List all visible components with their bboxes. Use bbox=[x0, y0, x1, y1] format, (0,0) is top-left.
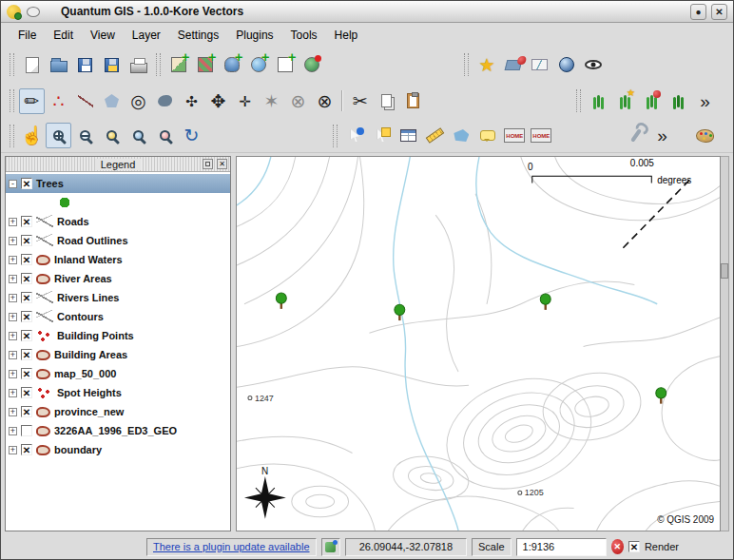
menu-file[interactable]: File bbox=[10, 26, 44, 45]
new-bookmark-button[interactable]: ★ bbox=[473, 52, 499, 78]
layer-item-road-outlines[interactable]: + Road Outlines bbox=[6, 231, 230, 250]
add-vector-layer-button[interactable] bbox=[165, 52, 191, 78]
move-feature-button[interactable]: ✥ bbox=[205, 88, 231, 114]
grass-close-mapset-button[interactable] bbox=[639, 88, 665, 114]
delete-part-button[interactable]: ⊗ bbox=[312, 88, 338, 114]
add-postgis-layer-button[interactable] bbox=[219, 52, 244, 78]
layer-visibility-checkbox[interactable] bbox=[21, 330, 32, 341]
print-composer-button[interactable] bbox=[126, 52, 151, 78]
map-tips-button[interactable] bbox=[475, 123, 501, 148]
toolbar-drag-handle[interactable] bbox=[333, 125, 338, 147]
layer-item-3226aa[interactable]: + 3226AA_1996_ED3_GEO bbox=[6, 421, 230, 440]
save-project-button[interactable] bbox=[72, 52, 98, 78]
new-project-button[interactable] bbox=[19, 52, 45, 78]
paste-features-button[interactable] bbox=[400, 88, 426, 114]
legend-symbol-trees[interactable] bbox=[6, 193, 230, 212]
style-palette-button[interactable] bbox=[692, 123, 718, 148]
toolbar-overflow-button-row2[interactable]: » bbox=[692, 88, 718, 114]
menu-settings[interactable]: Settings bbox=[170, 26, 226, 45]
layer-visibility-checkbox[interactable] bbox=[21, 425, 32, 436]
layer-item-map-50-000[interactable]: + map_50_000 bbox=[6, 364, 230, 383]
toolbar-drag-handle[interactable] bbox=[156, 53, 161, 76]
layer-visibility-checkbox[interactable] bbox=[21, 444, 32, 455]
stop-render-icon[interactable] bbox=[611, 539, 624, 554]
show-bookmarks-button[interactable] bbox=[500, 52, 526, 78]
add-wms-layer-button[interactable] bbox=[245, 52, 271, 78]
add-raster-layer-button[interactable] bbox=[192, 52, 218, 78]
plugin-indicator[interactable] bbox=[321, 538, 340, 556]
identify-features-button[interactable] bbox=[342, 123, 368, 148]
menu-layer[interactable]: Layer bbox=[125, 26, 168, 45]
scale-input[interactable]: 1:9136 bbox=[516, 538, 607, 556]
new-vector-layer-button[interactable] bbox=[272, 52, 298, 78]
map-overview-button[interactable] bbox=[527, 52, 552, 78]
layer-item-spot-heights[interactable]: + Spot Heights bbox=[6, 383, 230, 402]
menu-help[interactable]: Help bbox=[327, 26, 366, 45]
menu-edit[interactable]: Edit bbox=[46, 26, 81, 45]
layer-visibility-checkbox[interactable] bbox=[21, 273, 32, 284]
map-vertical-scrollbar[interactable] bbox=[721, 156, 729, 531]
expander-icon[interactable]: + bbox=[9, 237, 17, 245]
toggle-editing-button[interactable]: ✏ bbox=[19, 88, 45, 114]
cut-features-button[interactable]: ✂ bbox=[347, 88, 373, 114]
undock-panel-button[interactable] bbox=[203, 159, 213, 169]
layer-item-building-areas[interactable]: + Building Areas bbox=[6, 345, 230, 364]
zoom-to-selection-button[interactable] bbox=[126, 123, 151, 148]
capture-polygon-button[interactable] bbox=[99, 88, 125, 114]
simplify-feature-button[interactable]: ✶ bbox=[259, 88, 284, 114]
grass-open-mapset-button[interactable] bbox=[586, 88, 611, 114]
layer-visibility-checkbox[interactable] bbox=[21, 292, 32, 303]
zoom-full-button[interactable] bbox=[99, 123, 125, 148]
copy-features-button[interactable] bbox=[374, 88, 399, 114]
options-wrench-button[interactable] bbox=[623, 123, 648, 148]
capture-line-button[interactable] bbox=[72, 88, 98, 114]
check-version-button[interactable] bbox=[580, 52, 606, 78]
layer-visibility-checkbox[interactable] bbox=[21, 368, 32, 379]
grass-new-mapset-button[interactable] bbox=[612, 88, 638, 114]
save-project-as-button[interactable] bbox=[99, 52, 125, 78]
menu-view[interactable]: View bbox=[83, 26, 123, 45]
expander-icon[interactable]: + bbox=[9, 332, 17, 340]
expander-icon[interactable]: + bbox=[9, 427, 17, 435]
layer-item-inland-waters[interactable]: + Inland Waters bbox=[6, 250, 230, 269]
expander-icon[interactable]: + bbox=[9, 408, 17, 416]
node-tool-button[interactable]: ✣ bbox=[179, 88, 204, 114]
layer-visibility-checkbox[interactable] bbox=[21, 387, 32, 398]
layer-item-rivers-lines[interactable]: + Rivers Lines bbox=[6, 288, 230, 307]
menu-tools[interactable]: Tools bbox=[283, 26, 325, 45]
layer-visibility-checkbox[interactable] bbox=[21, 216, 32, 227]
sticky-pin-button[interactable] bbox=[27, 7, 40, 17]
zoom-in-button[interactable] bbox=[46, 123, 71, 148]
layer-item-trees[interactable]: - Trees bbox=[6, 174, 230, 193]
zoom-home-button[interactable]: HOME bbox=[502, 123, 528, 148]
scrollbar-thumb[interactable] bbox=[721, 263, 728, 279]
toolbar-drag-handle[interactable] bbox=[10, 125, 14, 147]
expander-icon[interactable]: + bbox=[9, 389, 17, 397]
layer-item-boundary[interactable]: + boundary bbox=[6, 440, 230, 459]
open-project-button[interactable] bbox=[46, 52, 71, 78]
zoom-last-button[interactable] bbox=[152, 123, 178, 148]
add-vertex-button[interactable]: ✛ bbox=[232, 88, 258, 114]
toolbar-drag-handle[interactable] bbox=[576, 89, 581, 112]
plugin-update-link[interactable]: There is a plugin update available bbox=[146, 538, 317, 556]
grass-tools-button[interactable] bbox=[666, 88, 691, 114]
expander-icon[interactable]: + bbox=[9, 275, 17, 283]
layer-visibility-checkbox[interactable] bbox=[21, 235, 32, 246]
expander-icon[interactable]: + bbox=[9, 351, 17, 359]
expander-icon[interactable]: + bbox=[9, 446, 17, 454]
toolbar-drag-handle[interactable] bbox=[464, 53, 469, 76]
maximize-button[interactable]: ● bbox=[690, 4, 706, 20]
capture-point-button[interactable]: ∴ bbox=[46, 88, 71, 114]
expander-icon[interactable]: + bbox=[9, 313, 17, 321]
expander-icon[interactable]: + bbox=[9, 256, 17, 264]
layer-visibility-checkbox[interactable] bbox=[21, 311, 32, 322]
pan-map-button[interactable]: ☝ bbox=[19, 123, 45, 148]
expander-icon[interactable]: + bbox=[9, 218, 17, 226]
legend-panel-header[interactable]: Legend bbox=[6, 157, 230, 172]
zoom-out-button[interactable] bbox=[72, 123, 98, 148]
title-bar[interactable]: Quantum GIS - 1.0.0-Kore Vectors ● ✕ bbox=[1, 1, 733, 23]
close-button[interactable]: ✕ bbox=[711, 4, 727, 20]
layer-visibility-checkbox[interactable] bbox=[21, 349, 32, 360]
layer-item-roads[interactable]: + Roads bbox=[6, 212, 230, 231]
layer-visibility-checkbox[interactable] bbox=[21, 178, 32, 189]
